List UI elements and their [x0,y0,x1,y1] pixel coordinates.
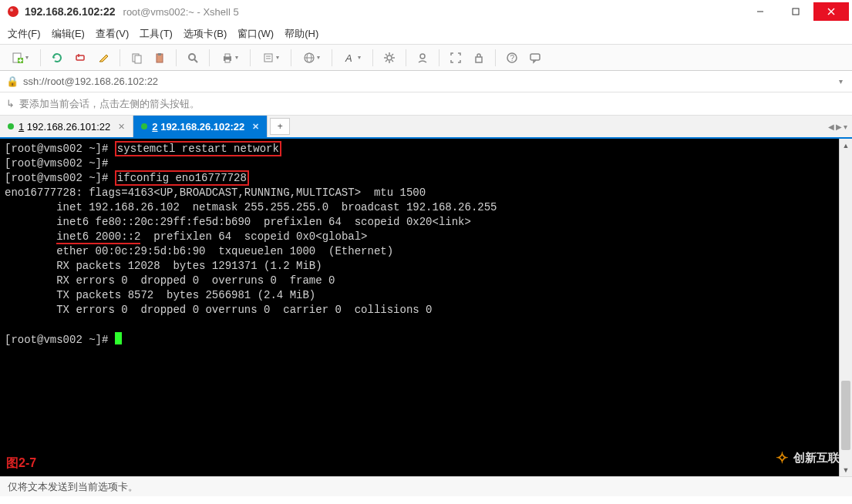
window-subtitle: root@vms002:~ - Xshell 5 [123,6,239,18]
scroll-thumb[interactable] [841,381,850,450]
edit-button[interactable] [93,48,113,68]
scroll-down-icon[interactable]: ▼ [840,463,852,476]
address-url[interactable]: ssh://root@192.168.26.102:22 [23,76,158,87]
lock-button[interactable] [469,48,489,68]
tab-list-icon[interactable]: ▾ [844,123,847,131]
highlighted-line: inet6 2000::2 [56,230,140,244]
toolbar: A ? [0,45,852,71]
status-dot-icon [141,123,147,129]
app-icon [6,5,20,18]
terminal-output[interactable]: [root@vms002 ~]# systemctl restart netwo… [0,139,852,476]
menu-file[interactable]: 文件(F) [8,27,41,41]
status-text: 仅将文本发送到当前选项卡。 [8,480,138,494]
reconnect-button[interactable] [47,48,67,68]
title-bar: 192.168.26.102:22 root@vms002:~ - Xshell… [0,0,852,23]
new-tab-button[interactable]: + [270,118,290,135]
hint-arrow-icon[interactable]: ↳ [6,98,15,109]
svg-line-33 [386,54,387,55]
hint-bar: ↳ 要添加当前会话，点击左侧的箭头按钮。 [0,92,852,116]
svg-rect-21 [264,54,272,62]
tab-strip: 1 192.168.26.101:22 ✕ 2 192.168.26.102:2… [0,116,852,139]
cursor [115,332,122,344]
svg-rect-38 [476,57,482,62]
highlighted-command-1: systemctl restart network [115,141,281,156]
menu-window[interactable]: 窗口(W) [237,27,274,41]
disconnect-button[interactable] [70,48,90,68]
svg-line-35 [392,54,393,55]
font-button[interactable]: A [338,48,366,68]
svg-point-16 [189,54,195,60]
watermark-text: 创新互联 [793,451,840,465]
menu-tools[interactable]: 工具(T) [140,27,173,41]
tab-close-icon[interactable]: ✕ [252,122,259,132]
window-title: 192.168.26.102:22 [25,5,116,18]
menu-bar: 文件(F) 编辑(E) 查看(V) 工具(T) 选项卡(B) 窗口(W) 帮助(… [0,23,852,45]
status-bar: 仅将文本发送到当前选项卡。 [0,476,852,496]
menu-tab[interactable]: 选项卡(B) [184,27,227,41]
terminal-area: [root@vms002 ~]# systemctl restart netwo… [0,139,852,476]
session-tab-2[interactable]: 2 192.168.26.102:22 ✕ [133,116,268,137]
hint-text: 要添加当前会话，点击左侧的箭头按钮。 [19,97,200,111]
address-bar: 🔒 ssh://root@192.168.26.102:22 ▾ [0,71,852,92]
settings-button[interactable] [379,48,399,68]
fullscreen-button[interactable] [446,48,466,68]
svg-rect-15 [158,53,161,55]
menu-view[interactable]: 查看(V) [96,27,129,41]
close-button[interactable] [813,2,849,21]
copy-button[interactable] [126,48,146,68]
tab-prev-icon[interactable]: ◀ [828,123,834,131]
paste-button[interactable] [150,48,170,68]
user-button[interactable] [413,48,433,68]
new-session-button[interactable] [6,48,34,68]
svg-point-37 [420,54,425,59]
print-button[interactable] [216,48,244,68]
svg-rect-20 [225,59,230,62]
svg-line-17 [194,59,197,62]
watermark: ✧ 创新互联 [776,449,840,467]
svg-point-28 [387,55,392,60]
svg-rect-10 [76,55,84,60]
figure-label: 图2-7 [6,455,36,472]
menu-help[interactable]: 帮助(H) [285,27,318,41]
svg-text:A: A [345,52,352,64]
scrollbar[interactable]: ▲ ▼ [839,139,852,476]
session-tab-1[interactable]: 1 192.168.26.101:22 ✕ [0,116,133,137]
svg-line-34 [392,60,393,62]
tab-close-icon[interactable]: ✕ [118,122,125,132]
tab-nav: ◀ ▶ ▾ [828,116,852,137]
menu-edit[interactable]: 编辑(E) [52,27,85,41]
find-button[interactable] [183,48,203,68]
highlighted-command-2: ifconfig eno16777728 [115,170,249,186]
status-dot-icon [8,123,14,129]
properties-button[interactable] [257,48,285,68]
chat-button[interactable] [525,48,545,68]
svg-rect-3 [793,8,799,15]
help-button[interactable]: ? [502,48,522,68]
scroll-up-icon[interactable]: ▲ [840,139,852,152]
svg-point-0 [8,6,19,17]
svg-rect-13 [135,55,141,63]
tab-next-icon[interactable]: ▶ [836,123,842,131]
svg-text:?: ? [510,54,515,62]
svg-rect-19 [225,54,230,57]
maximize-button[interactable] [778,2,813,21]
svg-point-1 [10,8,13,12]
language-button[interactable] [298,48,325,68]
minimize-button[interactable] [743,2,778,21]
address-dropdown-icon[interactable]: ▾ [839,77,846,86]
svg-rect-41 [530,54,540,60]
svg-line-36 [386,60,387,62]
lock-icon: 🔒 [6,76,19,87]
watermark-icon: ✧ [776,449,789,467]
